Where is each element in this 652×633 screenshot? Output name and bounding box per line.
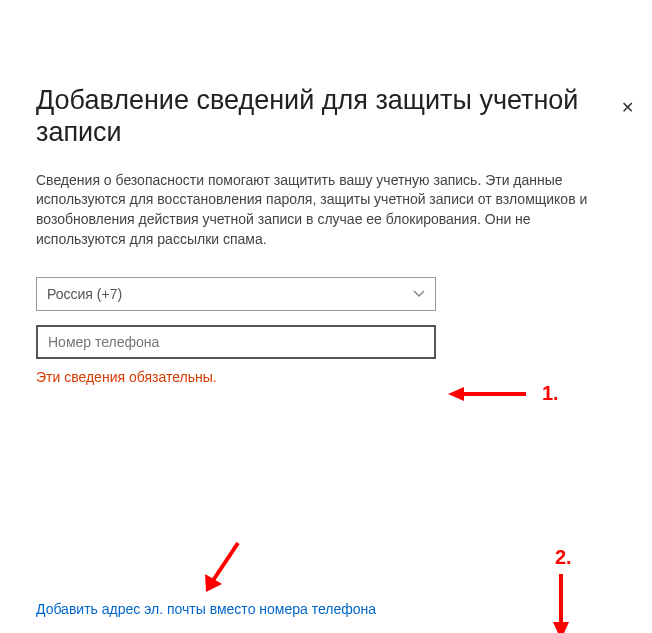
phone-input[interactable] xyxy=(36,325,436,359)
validation-error: Эти сведения обязательны. xyxy=(36,369,616,385)
annotation-label-2: 2. xyxy=(555,546,572,569)
use-email-link[interactable]: Добавить адрес эл. почты вместо номера т… xyxy=(36,601,376,617)
annotation-label-1: 1. xyxy=(542,382,559,405)
close-icon: ✕ xyxy=(621,99,634,116)
annotation-arrow-2 xyxy=(549,572,573,633)
svg-marker-5 xyxy=(553,622,569,633)
svg-line-2 xyxy=(212,543,238,582)
country-select[interactable]: Россия (+7) xyxy=(36,277,436,311)
annotation-arrow-1 xyxy=(448,384,528,404)
close-button[interactable]: ✕ xyxy=(621,98,634,117)
svg-marker-1 xyxy=(448,387,464,401)
chevron-down-icon xyxy=(413,287,425,301)
annotation-arrow-email xyxy=(198,538,248,598)
country-selected-value: Россия (+7) xyxy=(47,286,122,302)
dialog-body-text: Сведения о безопасности помогают защитит… xyxy=(36,171,616,249)
dialog-title: Добавление сведений для защиты учетной з… xyxy=(36,84,616,149)
dialog-container: ✕ Добавление сведений для защиты учетной… xyxy=(0,84,652,633)
